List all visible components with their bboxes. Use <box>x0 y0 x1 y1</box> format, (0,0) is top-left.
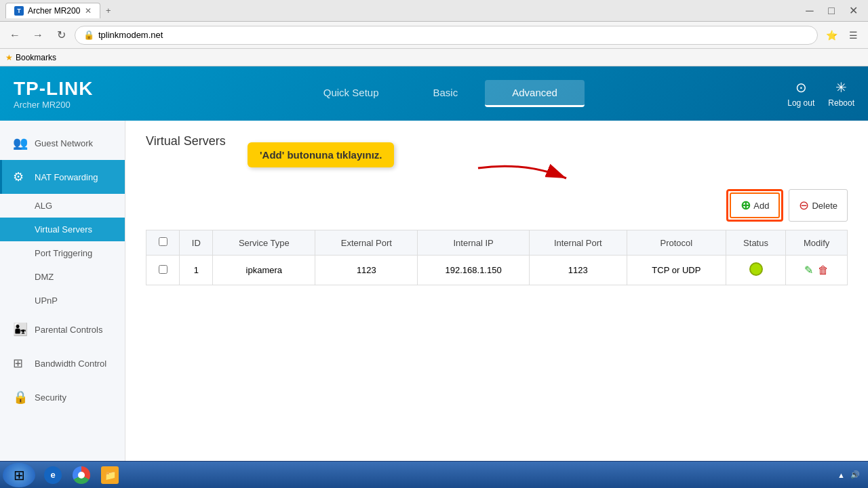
file-manager-icon: 📁 <box>101 466 119 484</box>
row-checkbox-cell <box>146 256 180 285</box>
row-status[interactable] <box>726 256 785 285</box>
windows-logo-icon: ⊞ <box>14 467 25 483</box>
sidebar-item-security[interactable]: 🔒 Security <box>0 380 125 414</box>
address-bar: 🔒 <box>75 26 818 45</box>
add-button-highlight: ⊕ Add <box>726 189 783 222</box>
browser-toolbar: ← → ↻ 🔒 ⭐ ☰ <box>0 22 868 49</box>
col-protocol: Protocol <box>627 230 726 256</box>
header-actions: ⊙ Log out ✳ Reboot <box>787 79 854 108</box>
virtual-servers-table: ID Service Type External Port Internal I… <box>146 230 848 285</box>
logout-icon: ⊙ <box>795 79 807 96</box>
lock-icon: 🔒 <box>83 30 94 40</box>
reboot-label: Reboot <box>828 98 854 108</box>
tp-link-logo: TP-LINK Archer MR200 <box>14 78 93 110</box>
sidebar-item-parental-controls[interactable]: 👨‍👧 Parental Controls <box>0 312 125 346</box>
sidebar-item-port-triggering[interactable]: Port Triggering <box>0 241 125 265</box>
reboot-button[interactable]: ✳ Reboot <box>828 79 854 108</box>
table-header: ID Service Type External Port Internal I… <box>146 230 848 256</box>
menu-button[interactable]: ☰ <box>844 26 863 45</box>
sidebar-item-bandwidth-control[interactable]: ⊞ Bandwidth Control <box>0 346 125 380</box>
content-area: Virtual Servers 'Add' butonuna tıklayını… <box>125 121 868 488</box>
bandwidth-control-icon: ⊞ <box>13 356 28 371</box>
ie-icon: e <box>44 466 62 484</box>
sidebar-item-upnp[interactable]: UPnP <box>0 289 125 312</box>
start-button[interactable]: ⊞ <box>3 463 35 487</box>
col-status: Status <box>726 230 785 256</box>
nav-basic[interactable]: Basic <box>406 80 486 107</box>
sidebar-label-parental-controls: Parental Controls <box>35 325 102 335</box>
sidebar: 👥 Guest Network ⚙ NAT Forwarding ALG Vir… <box>0 121 125 488</box>
sidebar-label-dmz: DMZ <box>35 272 54 282</box>
close-button[interactable]: ✕ <box>844 1 863 20</box>
col-service-type: Service Type <box>213 230 315 256</box>
sidebar-label-port-triggering: Port Triggering <box>35 248 92 258</box>
delete-button[interactable]: ⊖ Delete <box>789 189 848 222</box>
sidebar-item-dmz[interactable]: DMZ <box>0 265 125 289</box>
sidebar-item-alg[interactable]: ALG <box>0 194 125 218</box>
edit-button[interactable]: ✎ <box>804 264 813 276</box>
logout-button[interactable]: ⊙ Log out <box>787 79 814 108</box>
bookmarks-star-icon: ★ <box>5 53 13 62</box>
url-input[interactable] <box>98 30 809 40</box>
bookmarks-label[interactable]: Bookmarks <box>16 53 56 62</box>
maximize-button[interactable]: □ <box>822 1 841 20</box>
sidebar-item-guest-network[interactable]: 👥 Guest Network <box>0 126 125 160</box>
header-nav: Quick Setup Basic Advanced <box>93 80 787 107</box>
nav-advanced[interactable]: Advanced <box>485 80 585 107</box>
delete-row-button[interactable]: 🗑 <box>818 264 829 276</box>
table-body: 1 ipkamera 1123 192.168.1.150 1123 TCP o… <box>146 256 848 285</box>
select-all-checkbox[interactable] <box>159 237 167 246</box>
chrome-icon <box>73 466 90 484</box>
parental-controls-icon: 👨‍👧 <box>13 322 28 337</box>
row-external-port: 1123 <box>315 256 418 285</box>
guest-network-icon: 👥 <box>13 136 28 150</box>
taskbar-right-area: ▲ 🔊 <box>837 470 865 479</box>
tab-title: Archer MR200 <box>28 6 80 16</box>
nat-forwarding-icon: ⚙ <box>13 169 28 184</box>
col-checkbox <box>146 230 180 256</box>
col-id: ID <box>180 230 213 256</box>
delete-label: Delete <box>812 201 837 211</box>
sidebar-item-virtual-servers[interactable]: Virtual Servers <box>0 218 125 241</box>
col-external-port: External Port <box>315 230 418 256</box>
taskbar-ie-icon[interactable]: e <box>39 463 66 487</box>
taskbar-tray: 🔊 <box>850 470 860 479</box>
row-id: 1 <box>180 256 213 285</box>
sidebar-section: 👥 Guest Network ⚙ NAT Forwarding ALG Vir… <box>0 121 125 420</box>
add-button[interactable]: ⊕ Add <box>730 192 780 218</box>
row-internal-port: 1123 <box>529 256 627 285</box>
taskbar-file-icon[interactable]: 📁 <box>96 463 123 487</box>
row-modify: ✎ 🗑 <box>786 256 848 285</box>
extensions-button[interactable]: ⭐ <box>822 26 841 45</box>
minimize-button[interactable]: ─ <box>800 1 819 20</box>
row-checkbox[interactable] <box>159 265 167 274</box>
refresh-button[interactable]: ↻ <box>52 26 71 45</box>
sidebar-label-upnp: UPnP <box>35 296 58 306</box>
sidebar-label-nat-forwarding: NAT Forwarding <box>35 172 98 182</box>
browser-chrome: T Archer MR200 ✕ + ─ □ ✕ ← → ↻ 🔒 ⭐ ☰ ★ B… <box>0 0 868 66</box>
tab-close-button[interactable]: ✕ <box>85 6 92 16</box>
browser-tab[interactable]: T Archer MR200 ✕ <box>5 3 100 18</box>
taskbar-chrome-icon[interactable] <box>68 463 95 487</box>
new-tab-button[interactable]: + <box>100 3 117 18</box>
table-header-row: ID Service Type External Port Internal I… <box>146 230 848 256</box>
forward-button[interactable]: → <box>28 26 47 45</box>
sidebar-item-nat-forwarding[interactable]: ⚙ NAT Forwarding <box>0 160 125 194</box>
add-label: Add <box>753 201 769 211</box>
nav-quick-setup[interactable]: Quick Setup <box>296 80 406 107</box>
bookmarks-bar: ★ Bookmarks <box>0 49 868 66</box>
col-internal-port: Internal Port <box>529 230 627 256</box>
main-area: 👥 Guest Network ⚙ NAT Forwarding ALG Vir… <box>0 121 868 488</box>
brand-name: TP-LINK <box>14 78 93 100</box>
sidebar-label-guest-network: Guest Network <box>35 138 93 148</box>
router-header: TP-LINK Archer MR200 Quick Setup Basic A… <box>0 66 868 121</box>
tooltip-bubble: 'Add' butonuna tıklayınız. <box>248 142 394 167</box>
row-protocol: TCP or UDP <box>627 256 726 285</box>
row-service-type: ipkamera <box>213 256 315 285</box>
back-button[interactable]: ← <box>5 26 24 45</box>
delete-icon: ⊖ <box>799 198 809 213</box>
sidebar-label-virtual-servers: Virtual Servers <box>35 224 92 235</box>
status-light-icon[interactable] <box>749 262 763 276</box>
browser-titlebar: T Archer MR200 ✕ + ─ □ ✕ <box>0 0 868 22</box>
sidebar-label-alg: ALG <box>35 201 52 211</box>
